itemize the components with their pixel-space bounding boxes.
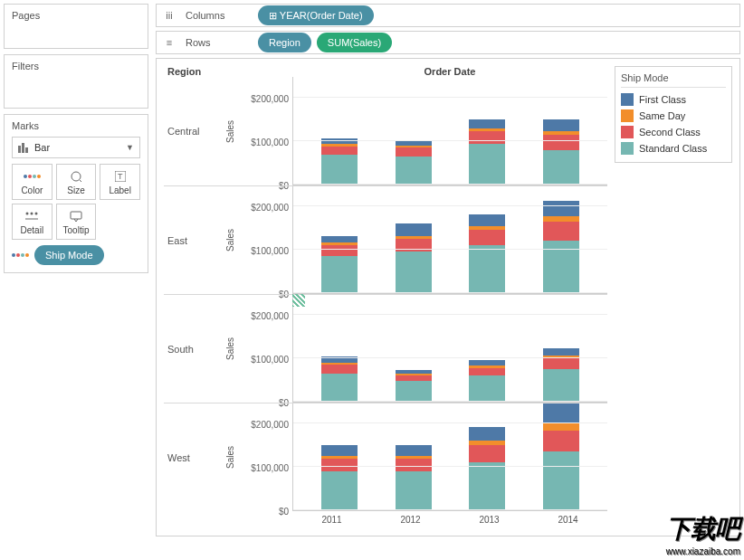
legend-label: Same Day [639,110,685,121]
facet-label: East [164,186,218,294]
facet-south: SouthSales$0$100,000$200,000 [164,294,607,403]
bar-segment [469,375,505,402]
bar-segment [543,451,579,510]
shipmode-pill[interactable]: Ship Mode [34,245,104,265]
bar-segment [469,368,505,376]
bar-segment [543,431,579,451]
bar-segment [321,147,358,156]
legend-item[interactable]: First Class [621,91,726,108]
chevron-down-icon: ▼ [126,143,134,152]
bar-segment [469,230,505,245]
rows-icon: ≡ [162,37,176,48]
y-axis-label: Sales [225,446,235,469]
legend-item[interactable]: Standard Class [621,140,726,157]
bar-segment [543,119,579,131]
bar[interactable] [396,445,432,510]
legend-item[interactable]: Same Day [621,108,726,124]
svg-rect-1 [22,143,24,153]
y-axis-label: Sales [225,119,235,142]
pages-title: Pages [12,10,140,21]
color-icon [12,253,29,257]
facet-label: South [164,295,218,403]
x-axis: 2011201220132014 [292,511,607,528]
bar-segment [321,236,358,243]
bar-segment [469,462,505,510]
bar-segment [543,403,579,422]
facet-label: Central [164,77,218,185]
bar-segment [543,222,579,242]
plot-area [292,77,607,185]
bar-segment [396,157,432,185]
year-orderdate-pill[interactable]: ⊞ YEAR(Order Date) [258,5,374,25]
bar[interactable] [321,138,358,185]
marks-buttons-row2: Detail Tooltip [12,204,140,240]
x-tick: 2013 [450,511,529,528]
legend-items: First ClassSame DaySecond ClassStandard … [621,91,726,157]
bar-segment [396,381,432,402]
x-tick: 2014 [529,511,607,528]
bar[interactable] [543,403,579,510]
plot-area [292,295,607,403]
filters-title: Filters [12,61,140,71]
legend-item[interactable]: Second Class [621,124,726,140]
facet-west: WestSales$0$100,000$200,000 [164,403,607,511]
left-column: Pages Filters Marks Bar ▼ Color Size [4,4,148,536]
svg-rect-11 [71,212,81,219]
columns-icon: iii [162,10,176,21]
columns-shelf[interactable]: iii Columns ⊞ YEAR(Order Date) [156,4,740,27]
watermark: 下载吧 www.xiazaiba.com [666,512,740,556]
bar-segment [543,358,579,369]
bar[interactable] [469,214,505,293]
y-tick: $200,000 [251,203,289,213]
bar[interactable] [321,356,358,402]
y-axis-label: Sales [225,337,235,360]
bar[interactable] [321,445,358,510]
bar-segment [321,245,358,256]
y-tick: $100,000 [251,463,289,473]
y-tick: $100,000 [251,355,289,365]
bar-icon [18,142,29,153]
detail-button[interactable]: Detail [12,204,52,240]
bar[interactable] [396,223,432,293]
tooltip-button[interactable]: Tooltip [56,204,97,240]
legend-swatch [621,142,634,155]
bar[interactable] [321,236,358,293]
facets-container: CentralSales$0$100,000$200,000EastSales$… [164,77,607,511]
marks-panel: Marks Bar ▼ Color Size T Label [4,114,148,273]
y-axis-label: Sales [225,229,235,252]
region-pill[interactable]: Region [258,33,311,52]
y-tick: $100,000 [251,138,289,147]
visualization-area: Region Order Date CentralSales$0$100,000… [156,58,740,536]
svg-line-4 [80,180,82,182]
marks-buttons-row1: Color Size T Label [12,164,140,200]
bar-segment [396,239,432,252]
y-tick: $200,000 [251,420,289,430]
columns-label: Columns [186,10,249,21]
bar-segment [543,422,579,432]
bar[interactable] [469,427,505,510]
size-button[interactable]: Size [56,164,97,200]
filters-panel: Filters [4,54,148,109]
sum-sales-pill[interactable]: SUM(Sales) [317,33,392,52]
bar[interactable] [469,119,505,185]
bar-segment [469,119,505,128]
rows-shelf[interactable]: ≡ Rows Region SUM(Sales) [156,31,740,54]
bar-segment [396,147,432,157]
tooltip-icon [70,209,82,223]
plot-area [292,186,607,294]
y-tick: $100,000 [251,246,289,256]
bar-segment [543,369,579,402]
legend-label: First Class [639,94,686,105]
bar[interactable] [543,201,579,293]
legend-swatch [621,109,634,122]
bar[interactable] [543,119,579,185]
label-button[interactable]: T Label [100,164,140,200]
bar-segment [469,131,505,144]
facet-central: CentralSales$0$100,000$200,000 [164,77,607,185]
bar[interactable] [396,140,432,185]
bar[interactable] [469,360,505,402]
y-tick: $200,000 [251,311,289,321]
color-button[interactable]: Color [12,164,52,200]
bar[interactable] [396,370,432,403]
mark-type-dropdown[interactable]: Bar ▼ [12,137,140,158]
